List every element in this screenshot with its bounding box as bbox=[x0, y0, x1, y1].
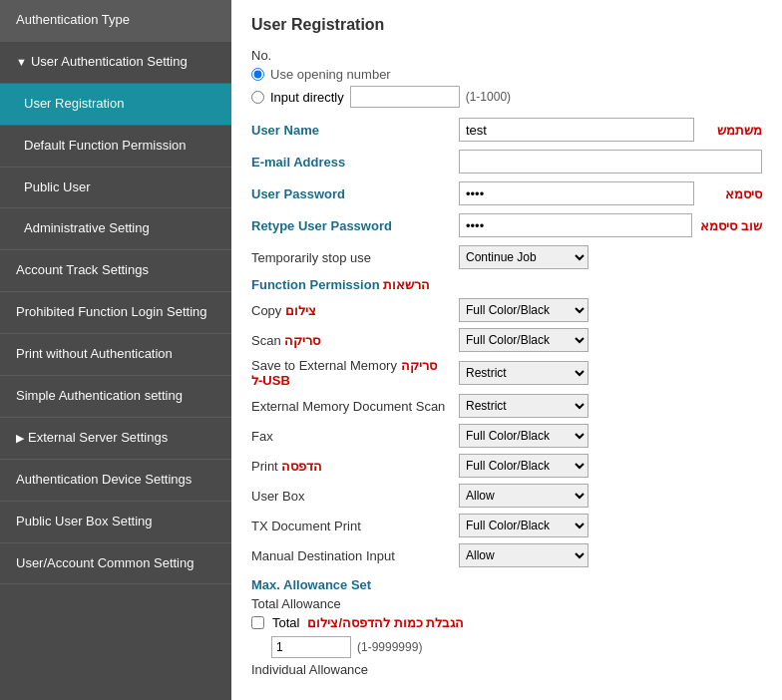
retype-password-row: Retype User Password שוב סיסמא bbox=[251, 213, 762, 237]
sidebar-item-default-function-permission[interactable]: Default Function Permission bbox=[0, 126, 231, 168]
retype-password-input[interactable] bbox=[459, 213, 692, 237]
fax-select[interactable]: Full Color/Black Black Only Restrict bbox=[459, 424, 588, 448]
user-name-label: User Name bbox=[251, 123, 451, 138]
sidebar-item-public-user-box-setting[interactable]: Public User Box Setting bbox=[0, 502, 231, 543]
total-range-label: (1-9999999) bbox=[357, 640, 422, 654]
retype-password-label: Retype User Password bbox=[251, 218, 451, 233]
user-box-select[interactable]: Allow Restrict bbox=[459, 484, 588, 508]
sidebar-arrow: ▶ bbox=[16, 432, 24, 444]
total-allowance-label: Total Allowance bbox=[251, 596, 762, 611]
main-content: User Registration No. Use opening number… bbox=[231, 0, 782, 700]
fax-row: Fax Full Color/Black Black Only Restrict bbox=[251, 424, 762, 448]
save-ext-select[interactable]: Restrict Allow bbox=[459, 361, 588, 385]
sidebar-item-prohibited-function-login-setting[interactable]: Prohibited Function Login Setting bbox=[0, 292, 231, 334]
save-ext-label: Save to External Memory סריקה ל-USB bbox=[251, 358, 451, 388]
max-allowance-section: Max. Allowance Set Total Allowance Total… bbox=[251, 577, 762, 677]
use-opening-number-row: Use opening number bbox=[251, 67, 762, 82]
copy-label: Copy צילום bbox=[251, 303, 451, 318]
tx-doc-select[interactable]: Full Color/Black Black Only Restrict bbox=[459, 514, 588, 537]
sidebar-item-simple-authentication-setting[interactable]: Simple Authentication setting bbox=[0, 376, 231, 418]
page-title: User Registration bbox=[251, 16, 762, 34]
print-label: Print הדפסה bbox=[251, 459, 451, 474]
email-row: E-mail Address bbox=[251, 150, 762, 174]
user-name-row: User Name משתמש bbox=[251, 118, 762, 142]
sidebar-item-public-user[interactable]: Public User bbox=[0, 168, 231, 209]
use-opening-label: Use opening number bbox=[270, 67, 391, 82]
fp-label: Function Permission bbox=[251, 277, 380, 292]
ext-doc-scan-label: External Memory Document Scan bbox=[251, 399, 451, 414]
user-box-row: User Box Allow Restrict bbox=[251, 484, 762, 508]
input-directly-row: Input directly (1-1000) bbox=[251, 86, 762, 108]
scan-row: Scan סריקה Full Color/Black Black Only R… bbox=[251, 328, 762, 352]
direct-input-field[interactable] bbox=[350, 86, 460, 108]
print-row: Print הדפסה Full Color/Black Black Only … bbox=[251, 454, 762, 478]
tx-doc-label: TX Document Print bbox=[251, 519, 451, 533]
user-password-row: User Password סיסמא bbox=[251, 181, 762, 205]
manual-dest-row: Manual Destination Input Allow Restrict bbox=[251, 543, 762, 567]
temp-stop-select[interactable]: Continue Job Stop Job bbox=[459, 245, 588, 269]
tx-doc-row: TX Document Print Full Color/Black Black… bbox=[251, 514, 762, 537]
email-label: E-mail Address bbox=[251, 155, 451, 170]
print-select[interactable]: Full Color/Black Black Only Restrict bbox=[459, 454, 588, 478]
max-allowance-label: Max. Allowance Set bbox=[251, 577, 762, 592]
sidebar-item-user-authentication-setting[interactable]: ▼User Authentication Setting bbox=[0, 42, 231, 84]
manual-dest-select[interactable]: Allow Restrict bbox=[459, 543, 588, 567]
user-name-input[interactable] bbox=[459, 118, 694, 142]
email-input[interactable] bbox=[459, 150, 762, 174]
use-opening-radio[interactable] bbox=[251, 68, 264, 81]
no-section: No. Use opening number Input directly (1… bbox=[251, 48, 762, 108]
sidebar-item-administrative-setting[interactable]: Administrative Setting bbox=[0, 208, 231, 250]
copy-row: Copy צילום Full Color/Black Black Only R… bbox=[251, 298, 762, 322]
sidebar-item-user-account-common-setting[interactable]: User/Account Common Setting bbox=[0, 543, 231, 585]
user-password-hint: סיסמא bbox=[702, 186, 762, 201]
input-directly-radio[interactable] bbox=[251, 91, 264, 104]
total-input-row: (1-9999999) bbox=[271, 636, 762, 658]
sidebar-item-user-registration[interactable]: User Registration bbox=[0, 84, 231, 126]
ext-doc-scan-row: External Memory Document Scan Restrict A… bbox=[251, 394, 762, 418]
scan-label: Scan סריקה bbox=[251, 333, 451, 348]
ext-doc-scan-select[interactable]: Restrict Allow bbox=[459, 394, 588, 418]
fp-header: Function Permission הרשאות bbox=[251, 277, 762, 292]
total-hebrew-label: הגבלת כמות להדפסה/צילום bbox=[307, 615, 464, 630]
user-box-label: User Box bbox=[251, 489, 451, 504]
sidebar-item-account-track-settings[interactable]: Account Track Settings bbox=[0, 250, 231, 292]
temp-stop-label: Temporarily stop use bbox=[251, 250, 451, 265]
sidebar-item-authentication-device-settings[interactable]: Authentication Device Settings bbox=[0, 460, 231, 502]
scan-select[interactable]: Full Color/Black Black Only Restrict bbox=[459, 328, 588, 352]
input-directly-label: Input directly bbox=[270, 90, 344, 105]
input-range-label: (1-1000) bbox=[466, 90, 511, 104]
fp-hebrew: הרשאות bbox=[383, 277, 430, 292]
fax-label: Fax bbox=[251, 429, 451, 444]
total-check-label: Total bbox=[272, 615, 299, 630]
copy-select[interactable]: Full Color/Black Black Only Restrict bbox=[459, 298, 588, 322]
user-password-label: User Password bbox=[251, 186, 451, 201]
retype-password-hint: שוב סיסמא bbox=[700, 218, 762, 233]
temp-stop-row: Temporarily stop use Continue Job Stop J… bbox=[251, 245, 762, 269]
sidebar-item-print-without-authentication[interactable]: Print without Authentication bbox=[0, 334, 231, 376]
user-name-hint: משתמש bbox=[702, 123, 762, 138]
total-input[interactable] bbox=[271, 636, 351, 658]
no-label: No. bbox=[251, 48, 762, 63]
sidebar: Authentication Type▼User Authentication … bbox=[0, 0, 231, 700]
sidebar-item-authentication-type[interactable]: Authentication Type bbox=[0, 0, 231, 42]
sidebar-item-external-server-settings[interactable]: ▶External Server Settings bbox=[0, 418, 231, 460]
manual-dest-label: Manual Destination Input bbox=[251, 548, 451, 563]
total-row: Total הגבלת כמות להדפסה/צילום bbox=[251, 615, 762, 630]
individual-allowance-label: Individual Allowance bbox=[251, 662, 762, 677]
sidebar-arrow: ▼ bbox=[16, 56, 27, 68]
user-password-input[interactable] bbox=[459, 181, 694, 205]
total-checkbox[interactable] bbox=[251, 616, 264, 629]
save-ext-row: Save to External Memory סריקה ל-USB Rest… bbox=[251, 358, 762, 388]
